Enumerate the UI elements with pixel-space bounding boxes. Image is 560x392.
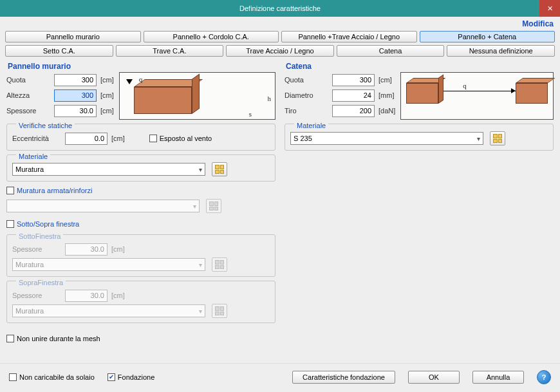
chevron-down-icon: ▾ <box>199 261 202 268</box>
sottosopra-checkbox-row[interactable]: Sotto/Sopra finestra <box>6 218 275 230</box>
altezza-input[interactable] <box>54 89 97 102</box>
help-button[interactable]: ? <box>537 370 551 384</box>
tab-pannello-catena[interactable]: Pannello + Catena <box>420 31 555 42</box>
altezza-unit: [cm] <box>100 91 114 99</box>
sotto-mat-value: Muratura <box>15 261 44 268</box>
r-diametro-input[interactable] <box>332 89 375 102</box>
r-tiro-input[interactable] <box>332 105 375 117</box>
quota-unit: [cm] <box>100 76 114 84</box>
tab-nessuna-def[interactable]: Nessuna definizione <box>447 45 555 57</box>
grid-icon <box>215 260 224 269</box>
non-unire-label: Non unire durante la mesh <box>17 335 100 342</box>
non-caricabile-checkbox-row[interactable]: Non caricabile da solaio <box>9 371 95 384</box>
wall-diagram: q h s <box>119 72 275 120</box>
sopra-spessore-input <box>65 290 107 302</box>
soprafinestra-group: SopraFinestra Spessore [cm] Muratura ▾ <box>6 281 275 323</box>
r-diametro-unit: [mm] <box>378 91 394 99</box>
spessore-label: Spessore <box>6 107 51 115</box>
tab-trave-acciaio-legno[interactable]: Trave Acciaio / Legno <box>226 45 334 57</box>
modifica-link[interactable]: Modifica <box>0 17 560 30</box>
right-title: Catena <box>285 62 312 72</box>
tab-pannello-cordolo[interactable]: Pannello + Cordolo C.A. <box>144 31 279 42</box>
spessore-unit: [cm] <box>100 107 114 115</box>
non-caricabile-checkbox-icon <box>9 373 17 381</box>
caratteristiche-fondazione-button[interactable]: Caratteristiche fondazione <box>292 371 395 384</box>
sotto-mat-select: Muratura ▾ <box>12 258 205 271</box>
sopra-mat-select: Muratura ▾ <box>12 304 205 317</box>
soprafinestra-title: SopraFinestra <box>16 279 66 286</box>
sotto-spessore-unit: [cm] <box>111 245 125 253</box>
sopra-spessore-unit: [cm] <box>111 292 125 299</box>
armata-checkbox-row[interactable]: Muratura armata/rinforzi <box>6 184 275 197</box>
fondazione-checkbox-icon <box>107 373 115 381</box>
eccen-input[interactable] <box>65 133 107 145</box>
left-title: Pannello murario <box>6 62 71 72</box>
materiale-left-title: Materiale <box>16 153 50 160</box>
close-button[interactable]: ✕ <box>539 0 560 17</box>
materiale-right-group: Materiale S 235 ▾ <box>285 124 554 151</box>
tab-pannello-murario[interactable]: Pannello murario <box>5 31 141 42</box>
sotto-mat-edit-button <box>212 257 227 272</box>
tab-pannello-trave[interactable]: Pannello +Trave Acciaio / Legno <box>281 31 417 42</box>
r-quota-label: Quota <box>285 76 330 84</box>
chevron-down-icon: ▾ <box>477 135 480 142</box>
materiale-right-value: S 235 <box>294 135 312 142</box>
non-unire-checkbox-row[interactable]: Non unire durante la mesh <box>6 332 275 345</box>
fondazione-label: Fondazione <box>118 373 155 381</box>
materiale-left-value: Muratura <box>15 165 44 173</box>
materiale-right-edit-button[interactable] <box>490 131 505 145</box>
eccen-unit: [cm] <box>111 135 125 142</box>
tab-row-bottom: Setto C.A. Trave C.A. Trave Acciaio / Le… <box>0 44 560 58</box>
vento-checkbox-row[interactable]: Esposto al vento <box>149 132 212 145</box>
sopra-mat-value: Muratura <box>15 307 44 315</box>
fondazione-checkbox-row[interactable]: Fondazione <box>107 371 155 384</box>
chevron-down-icon: ▾ <box>199 308 202 315</box>
chain-diagram: q <box>400 72 554 120</box>
r-tiro-unit: [daN] <box>378 107 395 115</box>
chevron-down-icon: ▾ <box>193 203 196 210</box>
eccen-label: Eccentricità <box>12 135 62 142</box>
armata-label: Muratura armata/rinforzi <box>17 187 92 194</box>
r-quota-input[interactable] <box>332 74 375 86</box>
armata-edit-button <box>206 199 221 213</box>
r-quota-unit: [cm] <box>378 76 392 84</box>
footer: Non caricabile da solaio Fondazione Cara… <box>0 363 560 392</box>
tab-trave-ca[interactable]: Trave C.A. <box>116 45 224 57</box>
close-icon: ✕ <box>547 5 553 13</box>
materiale-left-select[interactable]: Muratura ▾ <box>12 163 205 176</box>
grid-icon <box>493 134 502 143</box>
vento-label: Esposto al vento <box>160 135 212 142</box>
materiale-left-group: Materiale Muratura ▾ <box>6 154 275 182</box>
sottofinestra-title: SottoFinestra <box>16 232 63 240</box>
sotto-spessore-input <box>65 243 107 256</box>
sottosopra-label: Sotto/Sopra finestra <box>17 220 79 228</box>
materiale-left-edit-button[interactable] <box>212 162 227 176</box>
sopra-mat-edit-button <box>212 304 227 318</box>
sottofinestra-group: SottoFinestra Spessore [cm] Muratura ▾ <box>6 234 275 277</box>
tab-row-top: Pannello murario Pannello + Cordolo C.A.… <box>0 30 560 44</box>
grid-icon <box>215 165 224 174</box>
sotto-spessore-label: Spessore <box>12 245 62 253</box>
panel-right: Catena Quota [cm] Diametro [mm] Tiro [da… <box>285 62 554 345</box>
armata-checkbox-icon <box>6 187 14 194</box>
chevron-down-icon: ▾ <box>199 166 202 173</box>
materiale-right-title: Materiale <box>294 122 328 129</box>
quota-input[interactable] <box>54 74 97 86</box>
r-diametro-label: Diametro <box>285 91 330 99</box>
non-unire-checkbox-icon <box>6 335 14 342</box>
altezza-label: Altezza <box>6 91 51 99</box>
tab-setto-ca[interactable]: Setto C.A. <box>5 45 113 57</box>
spessore-input[interactable] <box>54 105 97 117</box>
annulla-button[interactable]: Annulla <box>472 371 524 384</box>
verifiche-statiche-group: Verifiche statiche Eccentricità [cm] Esp… <box>6 124 275 151</box>
armata-select: ▾ <box>6 200 200 212</box>
help-icon: ? <box>542 373 546 381</box>
titlebar: Definizione caratteristiche ✕ <box>0 0 560 17</box>
panel-left: Pannello murario Quota [cm] Altezza [cm]… <box>6 62 275 345</box>
grid-icon <box>209 201 218 210</box>
ok-button[interactable]: OK <box>408 371 460 384</box>
window-title: Definizione caratteristiche <box>239 5 321 12</box>
tab-catena[interactable]: Catena <box>337 45 445 57</box>
sottosopra-checkbox-icon <box>6 220 14 228</box>
materiale-right-select[interactable]: S 235 ▾ <box>290 132 483 145</box>
